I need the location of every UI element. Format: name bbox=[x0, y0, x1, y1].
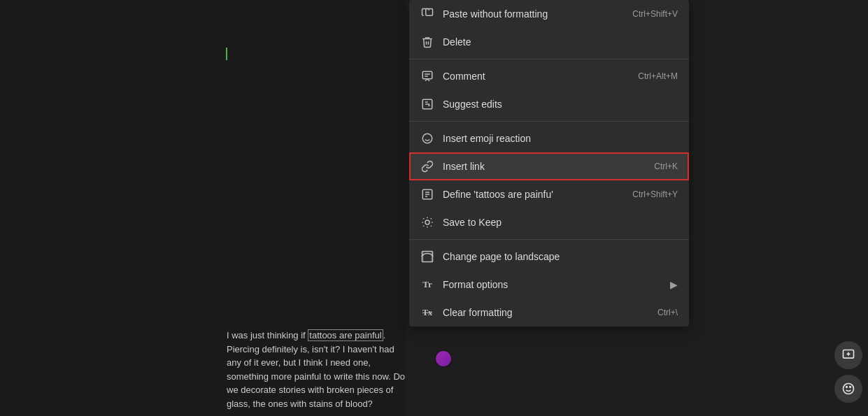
svg-line-22 bbox=[431, 218, 432, 219]
paste-without-formatting-label: Paste without formatting bbox=[443, 8, 621, 20]
define-label: Define 'tattoos are painfu' bbox=[443, 189, 621, 200]
clear-format-icon: Tx bbox=[420, 306, 434, 320]
highlighted-text: tattoos are painful bbox=[308, 329, 383, 341]
emoji-button[interactable] bbox=[834, 375, 862, 403]
comment-icon bbox=[420, 69, 434, 83]
suggest-edits-item[interactable]: Suggest edits bbox=[409, 90, 689, 118]
change-page-landscape-label: Change page to landscape bbox=[443, 251, 678, 262]
comment-label: Comment bbox=[443, 71, 627, 82]
suggest-edits-label: Suggest edits bbox=[443, 99, 678, 110]
svg-point-14 bbox=[425, 220, 429, 224]
clear-formatting-label: Clear formatting bbox=[443, 307, 646, 318]
format-options-item[interactable]: Tr Format options ▶ bbox=[409, 271, 689, 299]
insert-link-label: Insert link bbox=[443, 161, 643, 172]
divider-3 bbox=[409, 239, 689, 240]
insert-emoji-reaction-label: Insert emoji reaction bbox=[443, 133, 678, 144]
svg-point-28 bbox=[850, 387, 851, 388]
add-comment-button[interactable] bbox=[834, 341, 862, 369]
insert-emoji-reaction-item[interactable]: Insert emoji reaction bbox=[409, 124, 689, 152]
clear-formatting-item[interactable]: Tx Clear formatting Ctrl+\ bbox=[409, 299, 689, 327]
doc-text-after: . Piercing definitely is, isn't it? I ha… bbox=[227, 330, 405, 409]
define-icon bbox=[420, 187, 434, 201]
divider-1 bbox=[409, 59, 689, 59]
divider-2 bbox=[409, 121, 689, 122]
text-cursor bbox=[226, 48, 227, 60]
format-options-label: Format options bbox=[443, 279, 664, 290]
paste-without-formatting-shortcut: Ctrl+Shift+V bbox=[632, 9, 678, 19]
svg-point-7 bbox=[422, 134, 432, 143]
define-item[interactable]: Define 'tattoos are painfu' Ctrl+Shift+Y bbox=[409, 180, 689, 208]
right-action-buttons bbox=[829, 336, 868, 408]
context-menu: Paste without formatting Ctrl+Shift+V De… bbox=[409, 0, 689, 327]
define-shortcut: Ctrl+Shift+Y bbox=[632, 189, 678, 199]
delete-item[interactable]: Delete bbox=[409, 28, 689, 56]
svg-point-26 bbox=[844, 384, 854, 394]
emoji-icon bbox=[420, 131, 434, 145]
save-to-keep-item[interactable]: Save to Keep bbox=[409, 208, 689, 236]
save-to-keep-label: Save to Keep bbox=[443, 217, 678, 228]
change-page-landscape-item[interactable]: Change page to landscape bbox=[409, 243, 689, 271]
insert-link-item[interactable]: Insert link Ctrl+K bbox=[409, 152, 689, 180]
svg-rect-1 bbox=[422, 71, 432, 79]
avatar bbox=[434, 350, 453, 368]
comment-item[interactable]: Comment Ctrl+Alt+M bbox=[409, 62, 689, 90]
delete-label: Delete bbox=[443, 36, 678, 48]
paste-icon bbox=[420, 7, 434, 21]
format-icon: Tr bbox=[420, 278, 434, 292]
svg-point-27 bbox=[846, 387, 848, 388]
trash-icon bbox=[420, 35, 434, 49]
svg-line-18 bbox=[431, 226, 432, 227]
landscape-icon bbox=[420, 250, 434, 264]
document-text: I was just thinking if tattoos are painf… bbox=[227, 329, 406, 416]
comment-shortcut: Ctrl+Alt+M bbox=[638, 71, 678, 81]
keep-icon bbox=[420, 215, 434, 229]
paste-without-formatting-item[interactable]: Paste without formatting Ctrl+Shift+V bbox=[409, 0, 689, 28]
svg-line-21 bbox=[423, 226, 424, 227]
link-icon bbox=[420, 159, 434, 173]
format-options-arrow: ▶ bbox=[670, 279, 678, 290]
svg-line-17 bbox=[423, 218, 424, 219]
insert-link-shortcut: Ctrl+K bbox=[654, 162, 678, 171]
doc-text-before: I was just thinking if bbox=[227, 330, 308, 340]
clear-formatting-shortcut: Ctrl+\ bbox=[657, 308, 678, 317]
suggest-icon bbox=[420, 97, 434, 111]
